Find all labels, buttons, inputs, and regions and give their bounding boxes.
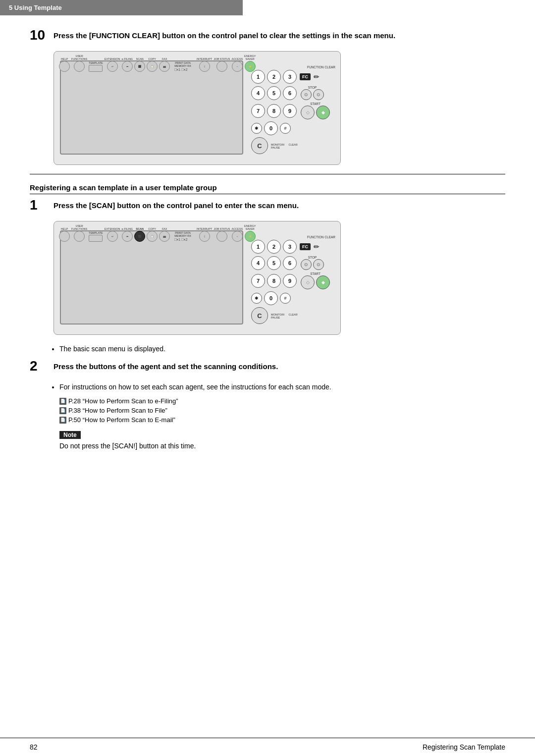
copy-label-1: COPY bbox=[148, 57, 156, 60]
key-5-2: 5 bbox=[267, 256, 281, 270]
keypad-area-1: FUNCTION CLEAR 1 2 3 FC ✏ 4 5 6 STOP ⊙ bbox=[251, 65, 335, 154]
efiling-btn-2: ⬅ bbox=[122, 231, 133, 242]
user-func-btn-2 bbox=[74, 231, 85, 242]
job-status-label-2: JOB STATUS bbox=[214, 227, 230, 230]
access-btn: → bbox=[232, 61, 243, 72]
scan-label-1: SCAN bbox=[136, 57, 144, 60]
key-6-2: 6 bbox=[283, 256, 297, 270]
job-status-btn-2 bbox=[216, 231, 227, 242]
step-2-container: 2 Press the buttons of the agent and set… bbox=[30, 361, 505, 373]
memory-rx-indicator-2: □▪1 □▪2 bbox=[174, 237, 191, 242]
ref-link-1: 📄 P.28 “How to Perform Scan to e-Filing” bbox=[59, 397, 505, 405]
energy-label-2: ENERGYSAVER bbox=[244, 224, 256, 230]
copy-btn-group-1: COPY 📋 bbox=[147, 57, 158, 72]
access-label-2: ACCESS bbox=[231, 227, 243, 230]
template-btn-group-2: TEMPLATE bbox=[89, 231, 103, 242]
help-btn-group: HELP bbox=[59, 57, 70, 72]
pencil-icon-1: ✏ bbox=[314, 73, 320, 81]
step-10-text-block: Press the [FUNCTION CLEAR] button on the… bbox=[54, 30, 505, 41]
stop-btn-3: ⊙ bbox=[301, 259, 312, 270]
scan-btn-2: ⬛ bbox=[134, 231, 145, 242]
print-data-label-2: PRINT DATAMEMORY RX bbox=[174, 231, 191, 237]
main-content: 10 Press the [FUNCTION CLEAR] button on … bbox=[0, 15, 535, 475]
panel-image-2: HELP USERFUNCTIONS TEMPLATE EXTENSION ↩ … bbox=[54, 221, 505, 335]
bottom-labels-1: MONITOR/PAUSE CLEAR bbox=[271, 143, 298, 149]
extension-btn-group-2: EXTENSION ↩ bbox=[105, 227, 120, 242]
extension-btn: ↩ bbox=[107, 61, 118, 72]
keypad-area-2: FUNCTION CLEAR 1 2 3 FC ✏ 4 5 6 STOP ⊙ bbox=[251, 235, 335, 324]
stop-btn-2: ⊙ bbox=[313, 89, 324, 100]
template-btn-2 bbox=[89, 235, 103, 242]
keypad-row-789: 7 8 9 START ◇ ◆ bbox=[251, 102, 335, 119]
scan-btn-group-1: SCAN ⬛ bbox=[134, 57, 145, 72]
job-status-label: JOB STATUS bbox=[214, 57, 230, 60]
header-bar: 5 Using Template bbox=[0, 0, 243, 15]
key-0-2: 0 bbox=[264, 291, 278, 305]
top-buttons-row-2: HELP USERFUNCTIONS TEMPLATE EXTENSION ↩ … bbox=[59, 224, 256, 242]
template-label-2: TEMPLATE bbox=[89, 231, 103, 234]
keypad-row-star-0-hash: ✱ 0 # bbox=[251, 121, 335, 135]
efiling-label: e-FILING bbox=[122, 57, 133, 60]
stop-area-2: STOP ⊙ ⊙ bbox=[301, 256, 324, 270]
print-mem-group: PRINT DATAMEMORY RX □▪1 □▪2 bbox=[174, 61, 191, 72]
clear-label-2: CLEAR bbox=[288, 313, 297, 319]
start-label-2: START bbox=[301, 272, 330, 275]
key-7: 7 bbox=[251, 104, 265, 118]
monitor-pause-label-2: MONITOR/PAUSE bbox=[271, 313, 284, 319]
interrupt-btn-group-2: INTERRUPT ⟨ bbox=[197, 227, 212, 242]
fax-btn-1: 📠 bbox=[159, 61, 170, 72]
key-9-2: 9 bbox=[283, 274, 297, 288]
key-8-2: 8 bbox=[267, 274, 281, 288]
help-label: HELP bbox=[61, 57, 68, 60]
footer: 82 Registering Scan Template bbox=[0, 738, 535, 756]
interrupt-label: INTERRUPT bbox=[197, 57, 212, 60]
step-1-container: 1 Press the [SCAN] button on the control… bbox=[30, 200, 505, 212]
job-status-btn-group: JOB STATUS bbox=[214, 57, 230, 72]
user-func-btn-group-2: USERFUNCTIONS bbox=[71, 224, 87, 242]
job-status-btn-group-2: JOB STATUS bbox=[214, 227, 230, 242]
template-btn-group: TEMPLATE bbox=[89, 61, 103, 72]
start-area-1: START ◇ ◆ bbox=[301, 102, 330, 119]
ref-text-2: P.38 “How to Perform Scan to File” bbox=[68, 407, 167, 414]
bottom-labels-2: MONITOR/PAUSE CLEAR bbox=[271, 313, 298, 319]
header-title: Using Template bbox=[14, 4, 62, 11]
c-btn-1: C bbox=[251, 137, 268, 154]
step-2-text-block: Press the buttons of the agent and set t… bbox=[54, 361, 505, 372]
stop-label-1: STOP bbox=[301, 86, 324, 89]
key-5: 5 bbox=[267, 86, 281, 100]
copy-btn-2: 📋 bbox=[147, 231, 158, 242]
print-mem-group-2: PRINT DATAMEMORY RX □▪1 □▪2 bbox=[174, 231, 191, 242]
note-text: Do not press the [SCAN!] button at this … bbox=[59, 442, 476, 450]
stop-area-1: STOP ⊙ ⊙ bbox=[301, 86, 324, 100]
help-label-2: HELP bbox=[61, 227, 68, 230]
key-hash: # bbox=[280, 123, 291, 134]
efiling-btn-group: e-FILING ⬅ bbox=[122, 57, 133, 72]
bullet-list-1: The basic scan menu is displayed. bbox=[59, 344, 505, 354]
ref-link-3: 📄 P.50 “How to Perform Scan to E-mail” bbox=[59, 416, 505, 424]
control-panel-1: HELP USERFUNCTIONS TEMPLATE EXTENSION ↩ … bbox=[54, 51, 341, 165]
key-6: 6 bbox=[283, 86, 297, 100]
key-4-2: 4 bbox=[251, 256, 265, 270]
step-2-number: 2 bbox=[30, 359, 48, 373]
keypad-row-456-2: 4 5 6 STOP ⊙ ⊙ bbox=[251, 256, 335, 270]
top-buttons-row-1: HELP USERFUNCTIONS TEMPLATE EXTENSION ↩ … bbox=[59, 54, 256, 72]
fax-btn-group-1: FAX 📠 bbox=[159, 57, 170, 72]
clear-label-1: CLEAR bbox=[288, 143, 297, 149]
step-1-text: Press the [SCAN] button on the control p… bbox=[54, 200, 505, 211]
fax-btn-2: 📠 bbox=[159, 231, 170, 242]
job-status-btn bbox=[216, 61, 227, 72]
start-btn-green-2: ◆ bbox=[316, 275, 330, 289]
hr-1 bbox=[30, 174, 505, 174]
c-btn-2: C bbox=[251, 307, 268, 324]
scan-btn-group-2: SCAN ⬛ bbox=[134, 227, 145, 242]
energy-label: ENERGYSAVER bbox=[244, 54, 256, 60]
func-clear-label-1: FUNCTION CLEAR bbox=[251, 65, 335, 69]
c-clear-row-1: C MONITOR/PAUSE CLEAR bbox=[251, 137, 335, 154]
copy-label-2: COPY bbox=[148, 227, 156, 230]
note-label: Note bbox=[59, 431, 81, 439]
user-func-label-2: USERFUNCTIONS bbox=[71, 224, 87, 230]
step-1-text-block: Press the [SCAN] button on the control p… bbox=[54, 200, 505, 211]
extension-btn-2: ↩ bbox=[107, 231, 118, 242]
step-2-text: Press the buttons of the agent and set t… bbox=[54, 361, 505, 372]
bullet-list-2: For instructions on how to set each scan… bbox=[59, 382, 505, 392]
